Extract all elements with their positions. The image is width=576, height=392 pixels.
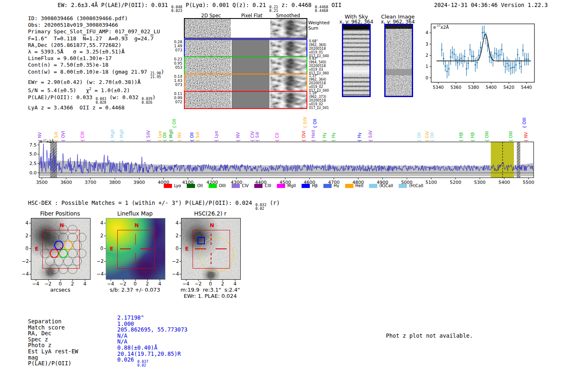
svg-text:4: 4 <box>425 30 428 35</box>
legend-label: HeII <box>355 183 364 188</box>
crosshair-top <box>135 234 136 245</box>
x-tick-label: 2 <box>221 281 224 287</box>
x-tick-mark <box>60 279 61 281</box>
hsc-cutout-image: N E <box>181 218 241 280</box>
x-tick-label: 2 <box>71 281 74 287</box>
hsc-cutout-xlabel: m:19.9 re:3.1" s:2.4" <box>181 287 240 293</box>
svg-text:5380: 5380 <box>468 85 479 90</box>
spectrum-legend: LyαOIIOIIICIVCIIIMgIIHβHγHeII(K)CaII(H)C… <box>164 183 423 188</box>
spec2d-2d-panel <box>185 92 231 108</box>
svg-text:3700: 3700 <box>85 180 96 185</box>
x-tick-mark <box>85 279 85 281</box>
y-tick-mark <box>29 261 31 262</box>
y-tick-label: −4 <box>22 271 28 277</box>
svg-text:3800: 3800 <box>109 180 121 185</box>
x-tick-label: 4 <box>233 281 236 287</box>
match-table-value: 205.862695, 55.773073 <box>117 327 188 333</box>
catalog-object-marker <box>197 237 205 244</box>
spec2d-smoothed-panel <box>270 74 307 91</box>
fiber-positions-xlabel: arcsecs <box>50 287 70 293</box>
legend-item: CIV <box>232 183 249 188</box>
info-line: LineFlux = 9.60(±1.30)e-17 <box>28 55 164 62</box>
match-table-label: mag <box>28 355 38 361</box>
spec2d-flat-panel <box>232 40 269 56</box>
x-tick-mark <box>186 279 186 281</box>
match-table-label: Est LyA rest-EW <box>28 348 78 355</box>
legend-item: CIII <box>254 183 271 188</box>
compass-north-label: N <box>60 222 64 228</box>
match-table-value: 20.14(19.71,20.85)R <box>117 351 181 357</box>
spec2d-2d-panel <box>185 40 231 56</box>
spec2d-row <box>184 91 307 109</box>
elixer-report: EW: 2.6±3.4Å P(LAE)/P(OII): 0.031 0.0480… <box>0 0 576 392</box>
x-tick-mark <box>235 279 235 281</box>
x-tick-label: −2 <box>44 281 51 287</box>
legend-label: (H)CaII <box>409 183 423 188</box>
spec2d-row-left-labels: 0.11 0.99 072 <box>164 92 182 104</box>
svg-text:3900: 3900 <box>133 180 145 185</box>
legend-swatch <box>232 184 240 188</box>
legend-label: (K)CaII <box>379 183 393 188</box>
spectrum-units-label: e-17x2Å <box>40 139 54 144</box>
hsc-dex-match-line: HSC-DEX : Possible Matches = 1 (within +… <box>28 199 280 211</box>
y-tick-label: −4 <box>172 271 179 277</box>
y-tick-mark <box>104 261 106 262</box>
svg-text:7.5: 7.5 <box>30 142 37 148</box>
info-line: ID: 3008039466 (3008039466.pdf) <box>28 15 164 22</box>
svg-text:5360: 5360 <box>451 85 462 90</box>
info-line: S/N = 5.4(±0.5) χ2 = 1.0(±0.2) <box>28 86 164 94</box>
x-tick-mark <box>211 279 211 281</box>
info-line: F=1.6" T=0.118 N=1.27 A=0.93 g=24.7 <box>28 35 164 42</box>
spec2d-row-right-labels: 1.16" (962, 373) 20200518 v019_02 017_LU… <box>309 91 329 110</box>
y-tick-label: −2 <box>172 258 179 264</box>
y-tick-mark <box>29 248 31 249</box>
legend-item: OIII <box>209 183 226 188</box>
crosshair-right <box>140 248 151 249</box>
svg-text:5440: 5440 <box>521 85 532 90</box>
x-tick-label: −2 <box>195 281 202 287</box>
y-tick-mark <box>179 274 181 274</box>
legend-swatch <box>209 184 217 188</box>
svg-text:5100: 5100 <box>425 180 437 185</box>
svg-text:3600: 3600 <box>60 180 72 185</box>
fiber-positions-title: Fiber Positions <box>40 210 80 217</box>
spec2d-smoothed-panel <box>270 40 307 56</box>
crosshair-top-dashed <box>211 234 211 245</box>
crosshair-left <box>120 248 131 249</box>
y-tick-mark <box>104 236 106 236</box>
svg-text:1: 1 <box>425 64 428 69</box>
svg-text:5400: 5400 <box>486 85 497 90</box>
legend-item: Hβ <box>302 183 318 188</box>
y-tick-label: 4 <box>172 220 179 226</box>
match-table-value: 0.026 0.0370.02 <box>117 357 149 367</box>
x-tick-mark <box>48 279 49 281</box>
y-tick-mark <box>29 223 31 223</box>
y-tick-mark <box>179 261 181 262</box>
spec2d-2d-panel <box>185 74 231 91</box>
y-tick-label: 2 <box>22 233 28 239</box>
emission-line-label: { OIII <box>522 118 527 128</box>
x-tick-label: −4 <box>107 281 114 287</box>
x-tick-mark <box>72 279 73 281</box>
with-sky-image <box>342 24 371 97</box>
emission-line-label: { OII <box>313 119 317 128</box>
match-table-value: 0.88(±0.40)Å <box>117 345 158 351</box>
y-tick-label: −4 <box>97 271 103 277</box>
fiber-positions-image: N E <box>31 218 91 280</box>
x-tick-mark <box>160 279 160 281</box>
x-tick-label: −4 <box>182 281 189 287</box>
legend-swatch <box>345 184 353 188</box>
spec2d-header-smoothed: Smoothed <box>276 13 300 19</box>
match-table-value: N/A <box>117 333 127 339</box>
match-table-value: N/A <box>117 339 127 345</box>
spec2d-row <box>184 39 307 57</box>
legend-label: Hβ <box>312 183 318 188</box>
spec2d-smoothed-panel <box>270 57 307 74</box>
legend-item: Hγ <box>323 183 339 188</box>
legend-item: (H)CaII <box>399 183 423 188</box>
svg-text:5420: 5420 <box>503 85 514 90</box>
legend-item: MgII <box>277 183 296 188</box>
svg-text:5200: 5200 <box>450 180 461 185</box>
lineflux-map-title: Lineflux Map <box>117 210 153 217</box>
svg-text:5400: 5400 <box>498 180 510 185</box>
